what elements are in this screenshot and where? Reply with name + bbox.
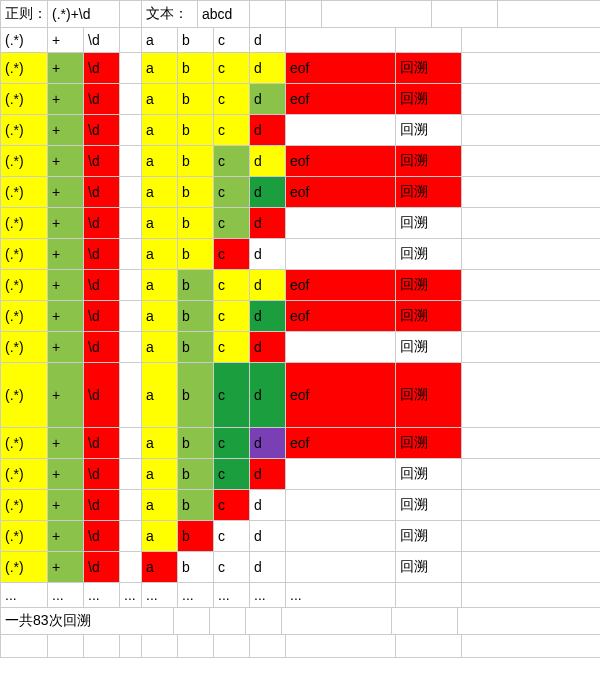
char-b-cell: b xyxy=(178,146,214,176)
char-a-cell: a xyxy=(142,332,178,362)
backtrack-cell: 回溯 xyxy=(396,84,462,114)
char-b-cell: b xyxy=(178,115,214,145)
eof-cell: eof xyxy=(286,177,396,207)
pattern-digit: \d xyxy=(84,146,120,176)
pattern-plus: + xyxy=(48,115,84,145)
eof-cell: eof xyxy=(286,301,396,331)
pattern-group: (.*) xyxy=(0,177,48,207)
pattern-group: (.*) xyxy=(0,521,48,551)
pattern-plus: + xyxy=(48,428,84,458)
pattern-plus: + xyxy=(48,332,84,362)
pattern-plus: + xyxy=(48,146,84,176)
table-row: (.*)+\dabcdeof回溯 xyxy=(0,84,600,115)
pattern-group: (.*) xyxy=(0,115,48,145)
pattern-group: (.*) xyxy=(0,270,48,300)
pattern-plus: + xyxy=(48,53,84,83)
pattern-digit: \d xyxy=(84,428,120,458)
char-c-cell: c xyxy=(214,490,250,520)
char-a-cell: a xyxy=(142,428,178,458)
gap xyxy=(120,115,142,145)
char-b-cell: b xyxy=(178,53,214,83)
eof-cell xyxy=(286,115,396,145)
char-b-cell: b xyxy=(178,301,214,331)
char-c-cell: c xyxy=(214,53,250,83)
char-b-cell: b xyxy=(178,270,214,300)
char-a-cell: a xyxy=(142,552,178,582)
gap xyxy=(120,208,142,238)
char-d-cell: d xyxy=(250,459,286,489)
eof-cell xyxy=(286,552,396,582)
gap xyxy=(120,84,142,114)
gap xyxy=(120,239,142,269)
regex-label: 正则： xyxy=(0,1,48,27)
gap xyxy=(120,552,142,582)
pattern-group: (.*) xyxy=(0,84,48,114)
backtrack-cell: 回溯 xyxy=(396,177,462,207)
char-d-cell: d xyxy=(250,490,286,520)
char-c-cell: c xyxy=(214,208,250,238)
char-c-cell: c xyxy=(214,177,250,207)
gap xyxy=(120,490,142,520)
char-d-cell: d xyxy=(250,177,286,207)
char-d-cell: d xyxy=(250,84,286,114)
pattern-digit: \d xyxy=(84,177,120,207)
pattern-plus: + xyxy=(48,270,84,300)
pattern-plus: + xyxy=(48,363,84,427)
empty-row xyxy=(0,635,600,658)
pattern-group: (.*) xyxy=(0,459,48,489)
eof-cell xyxy=(286,332,396,362)
eof-cell: eof xyxy=(286,146,396,176)
backtrack-cell: 回溯 xyxy=(396,301,462,331)
part-1: + xyxy=(48,28,84,52)
char-c-cell: c xyxy=(214,146,250,176)
char-a-cell: a xyxy=(142,459,178,489)
pattern-digit: \d xyxy=(84,239,120,269)
gap xyxy=(120,53,142,83)
eof-cell xyxy=(286,208,396,238)
text-value: abcd xyxy=(198,1,250,27)
gap xyxy=(120,428,142,458)
char-b-cell: b xyxy=(178,84,214,114)
eof-cell xyxy=(286,239,396,269)
dots: ... xyxy=(48,583,84,607)
char-c-cell: c xyxy=(214,459,250,489)
text-label: 文本： xyxy=(142,1,198,27)
table-row: (.*)+\dabcd回溯 xyxy=(0,332,600,363)
footer-row: 一共83次回溯 xyxy=(0,608,600,635)
char-a-cell: a xyxy=(142,208,178,238)
char-c-cell: c xyxy=(214,84,250,114)
char-d-cell: d xyxy=(250,363,286,427)
gap xyxy=(120,521,142,551)
char-a-cell: a xyxy=(142,270,178,300)
pattern-group: (.*) xyxy=(0,490,48,520)
table-row: (.*)+\dabcd回溯 xyxy=(0,115,600,146)
pattern-digit: \d xyxy=(84,53,120,83)
gap xyxy=(120,332,142,362)
char-d-cell: d xyxy=(250,428,286,458)
char-d-cell: d xyxy=(250,552,286,582)
table-row: (.*)+\dabcdeof回溯 xyxy=(0,428,600,459)
pattern-digit: \d xyxy=(84,301,120,331)
char-c-cell: c xyxy=(214,552,250,582)
table-row: (.*)+\dabcd回溯 xyxy=(0,490,600,521)
ellipsis-row: ... ... ... ... ... ... ... ... ... xyxy=(0,583,600,608)
gap-header xyxy=(120,1,142,27)
eof-cell: eof xyxy=(286,270,396,300)
pattern-group: (.*) xyxy=(0,332,48,362)
backtrack-cell: 回溯 xyxy=(396,208,462,238)
char-a-cell: a xyxy=(142,490,178,520)
backtrack-cell: 回溯 xyxy=(396,459,462,489)
part-0: (.*) xyxy=(0,28,48,52)
char-d-cell: d xyxy=(250,115,286,145)
char-c-cell: c xyxy=(214,239,250,269)
backtrack-table: 正则： (.*)+\d 文本： abcd (.*) + \d a b c d (… xyxy=(0,0,600,658)
gap xyxy=(120,177,142,207)
char-a-cell: a xyxy=(142,115,178,145)
pattern-plus: + xyxy=(48,521,84,551)
backtrack-cell: 回溯 xyxy=(396,270,462,300)
char-d-cell: d xyxy=(250,332,286,362)
pattern-plus: + xyxy=(48,84,84,114)
pattern-plus: + xyxy=(48,490,84,520)
backtrack-cell: 回溯 xyxy=(396,428,462,458)
char-a: a xyxy=(142,28,178,52)
